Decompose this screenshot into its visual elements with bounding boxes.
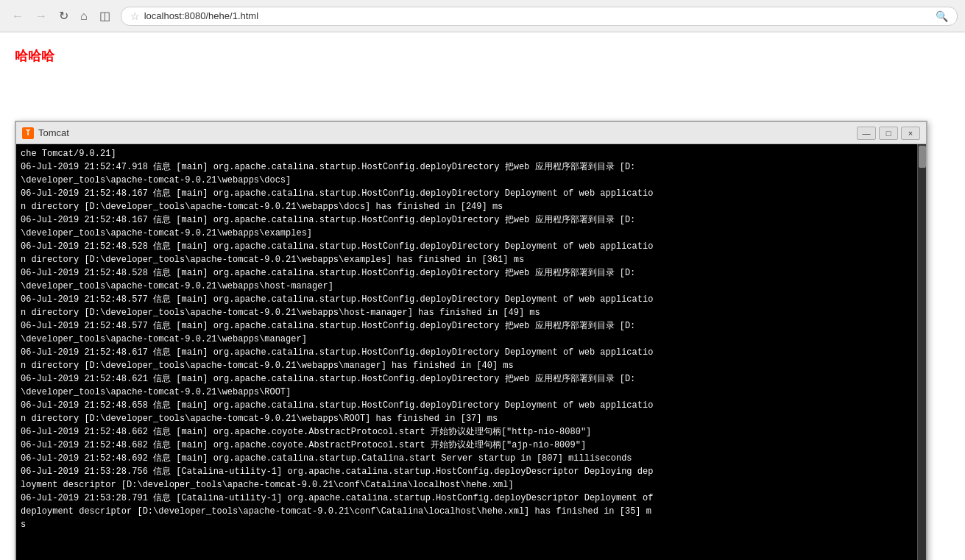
- console-line: \developer_tools\apache-tomcat-9.0.21\we…: [21, 386, 911, 399]
- console-line: \developer_tools\apache-tomcat-9.0.21\we…: [21, 227, 911, 240]
- console-line: n directory [D:\developer_tools\apache-t…: [21, 306, 911, 319]
- console-body: che Tomcat/9.0.21]06-Jul-2019 21:52:47.9…: [16, 144, 926, 560]
- console-line: n directory [D:\developer_tools\apache-t…: [21, 253, 911, 266]
- console-line: \developer_tools\apache-tomcat-9.0.21\we…: [21, 174, 911, 187]
- console-line: 06-Jul-2019 21:52:48.577 信息 [main] org.a…: [21, 319, 911, 333]
- forward-button[interactable]: →: [31, 8, 52, 24]
- star-icon: ☆: [130, 10, 140, 22]
- console-titlebar: T Tomcat — □ ×: [16, 122, 926, 144]
- console-line: 06-Jul-2019 21:52:48.617 信息 [main] org.a…: [21, 346, 911, 359]
- console-line: 06-Jul-2019 21:52:48.577 信息 [main] org.a…: [21, 293, 911, 306]
- console-line: 06-Jul-2019 21:53:28.756 信息 [Catalina-ut…: [21, 465, 911, 478]
- console-line: 06-Jul-2019 21:52:48.692 信息 [main] org.a…: [21, 452, 911, 465]
- console-line: 06-Jul-2019 21:52:48.528 信息 [main] org.a…: [21, 240, 911, 253]
- home-button[interactable]: ⌂: [76, 8, 92, 24]
- console-title: Tomcat: [38, 127, 857, 138]
- browser-chrome: ← → ↻ ⌂ ◫ ☆ localhost:8080/hehe/1.html 🔍: [0, 0, 965, 32]
- back-button[interactable]: ←: [7, 8, 28, 24]
- address-bar[interactable]: ☆ localhost:8080/hehe/1.html 🔍: [121, 7, 958, 26]
- scrollbar-thumb: [919, 146, 926, 168]
- browser-page: 哈哈哈 T Tomcat — □ × che Tomcat/9.0.21]06-…: [0, 32, 965, 560]
- console-content: che Tomcat/9.0.21]06-Jul-2019 21:52:47.9…: [21, 147, 911, 531]
- zoom-icon: 🔍: [936, 10, 948, 22]
- nav-buttons: ← → ↻ ⌂ ◫: [7, 7, 115, 24]
- console-line: loyment descriptor [D:\developer_tools\a…: [21, 478, 911, 492]
- minimize-button[interactable]: —: [857, 127, 876, 140]
- console-line: s: [21, 518, 911, 531]
- console-line: 06-Jul-2019 21:52:48.662 信息 [main] org.a…: [21, 425, 911, 439]
- tab-button[interactable]: ◫: [95, 7, 115, 24]
- restore-button[interactable]: □: [879, 127, 898, 140]
- console-line: 06-Jul-2019 21:52:48.167 信息 [main] org.a…: [21, 213, 911, 227]
- console-line: n directory [D:\developer_tools\apache-t…: [21, 359, 911, 372]
- console-icon: T: [22, 127, 34, 139]
- console-window: T Tomcat — □ × che Tomcat/9.0.21]06-Jul-…: [15, 121, 927, 560]
- console-line: 06-Jul-2019 21:53:28.791 信息 [Catalina-ut…: [21, 492, 911, 505]
- console-line: deployment descriptor [D:\developer_tool…: [21, 505, 911, 518]
- console-controls: — □ ×: [857, 127, 920, 140]
- console-line: 06-Jul-2019 21:52:48.528 信息 [main] org.a…: [21, 266, 911, 280]
- console-line: 06-Jul-2019 21:52:48.167 信息 [main] org.a…: [21, 187, 911, 200]
- console-line: n directory [D:\developer_tools\apache-t…: [21, 412, 911, 425]
- console-line: \developer_tools\apache-tomcat-9.0.21\we…: [21, 333, 911, 346]
- console-line: 06-Jul-2019 21:52:48.621 信息 [main] org.a…: [21, 372, 911, 386]
- page-heading: 哈哈哈: [15, 47, 950, 65]
- console-line: che Tomcat/9.0.21]: [21, 147, 911, 160]
- url-text: localhost:8080/hehe/1.html: [144, 10, 258, 21]
- console-scrollbar[interactable]: [917, 144, 926, 560]
- console-line: n directory [D:\developer_tools\apache-t…: [21, 200, 911, 213]
- console-line: 06-Jul-2019 21:52:48.682 信息 [main] org.a…: [21, 439, 911, 452]
- console-line: 06-Jul-2019 21:52:48.658 信息 [main] org.a…: [21, 399, 911, 412]
- close-button[interactable]: ×: [901, 127, 920, 140]
- console-line: \developer_tools\apache-tomcat-9.0.21\we…: [21, 280, 911, 293]
- reload-button[interactable]: ↻: [54, 7, 73, 24]
- console-line: 06-Jul-2019 21:52:47.918 信息 [main] org.a…: [21, 160, 911, 174]
